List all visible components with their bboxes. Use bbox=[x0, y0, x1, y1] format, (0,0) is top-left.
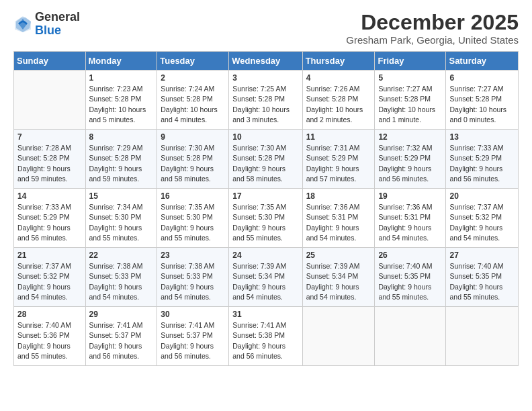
day-number: 12 bbox=[378, 132, 442, 142]
day-number: 5 bbox=[378, 73, 442, 83]
calendar-day-cell: 9Sunrise: 7:30 AMSunset: 5:28 PMDaylight… bbox=[157, 130, 229, 189]
calendar-day-cell: 2Sunrise: 7:24 AMSunset: 5:28 PMDaylight… bbox=[157, 71, 229, 130]
day-info: Sunrise: 7:34 AMSunset: 5:30 PMDaylight:… bbox=[89, 202, 154, 243]
calendar-day-cell bbox=[302, 307, 375, 366]
calendar-body: 1Sunrise: 7:23 AMSunset: 5:28 PMDaylight… bbox=[14, 71, 519, 366]
day-info: Sunrise: 7:41 AMSunset: 5:38 PMDaylight:… bbox=[232, 320, 298, 361]
day-info: Sunrise: 7:40 AMSunset: 5:36 PMDaylight:… bbox=[17, 320, 82, 361]
day-number: 9 bbox=[161, 132, 225, 142]
day-info: Sunrise: 7:38 AMSunset: 5:33 PMDaylight:… bbox=[161, 261, 225, 302]
day-number: 21 bbox=[17, 250, 82, 260]
day-info: Sunrise: 7:38 AMSunset: 5:33 PMDaylight:… bbox=[89, 261, 154, 302]
day-number: 25 bbox=[306, 250, 371, 260]
calendar-week-row: 1Sunrise: 7:23 AMSunset: 5:28 PMDaylight… bbox=[14, 71, 519, 130]
day-number: 13 bbox=[449, 132, 515, 142]
calendar-day-cell: 8Sunrise: 7:29 AMSunset: 5:28 PMDaylight… bbox=[85, 130, 157, 189]
day-number: 31 bbox=[232, 310, 298, 319]
calendar-table: SundayMondayTuesdayWednesdayThursdayFrid… bbox=[13, 51, 519, 366]
day-info: Sunrise: 7:23 AMSunset: 5:28 PMDaylight:… bbox=[89, 84, 154, 125]
day-info: Sunrise: 7:33 AMSunset: 5:29 PMDaylight:… bbox=[449, 143, 515, 184]
calendar-day-cell bbox=[446, 307, 519, 366]
calendar-week-row: 14Sunrise: 7:33 AMSunset: 5:29 PMDayligh… bbox=[14, 189, 519, 248]
logo-general: General bbox=[35, 10, 80, 24]
calendar-day-cell: 6Sunrise: 7:27 AMSunset: 5:28 PMDaylight… bbox=[446, 71, 519, 130]
header: General Blue December 2025 Gresham Park,… bbox=[13, 11, 519, 46]
calendar-day-cell: 13Sunrise: 7:33 AMSunset: 5:29 PMDayligh… bbox=[446, 130, 519, 189]
day-number: 23 bbox=[161, 250, 225, 260]
day-number: 8 bbox=[89, 132, 154, 142]
calendar-week-row: 21Sunrise: 7:37 AMSunset: 5:32 PMDayligh… bbox=[14, 248, 519, 307]
day-info: Sunrise: 7:31 AMSunset: 5:29 PMDaylight:… bbox=[306, 143, 371, 184]
calendar-day-cell: 14Sunrise: 7:33 AMSunset: 5:29 PMDayligh… bbox=[14, 189, 86, 248]
weekday-header-row: SundayMondayTuesdayWednesdayThursdayFrid… bbox=[14, 52, 519, 71]
calendar-day-cell: 7Sunrise: 7:28 AMSunset: 5:28 PMDaylight… bbox=[14, 130, 86, 189]
calendar-day-cell: 15Sunrise: 7:34 AMSunset: 5:30 PMDayligh… bbox=[85, 189, 157, 248]
day-info: Sunrise: 7:37 AMSunset: 5:32 PMDaylight:… bbox=[449, 202, 515, 243]
calendar-day-cell: 5Sunrise: 7:27 AMSunset: 5:28 PMDaylight… bbox=[375, 71, 446, 130]
day-info: Sunrise: 7:41 AMSunset: 5:37 PMDaylight:… bbox=[161, 320, 225, 361]
calendar-day-cell: 18Sunrise: 7:36 AMSunset: 5:31 PMDayligh… bbox=[302, 189, 375, 248]
day-number: 28 bbox=[17, 310, 82, 319]
day-info: Sunrise: 7:24 AMSunset: 5:28 PMDaylight:… bbox=[161, 84, 225, 125]
day-number: 15 bbox=[89, 191, 154, 201]
day-number: 16 bbox=[161, 191, 225, 201]
day-info: Sunrise: 7:27 AMSunset: 5:28 PMDaylight:… bbox=[378, 84, 442, 125]
calendar-week-row: 28Sunrise: 7:40 AMSunset: 5:36 PMDayligh… bbox=[14, 307, 519, 366]
calendar-day-cell: 11Sunrise: 7:31 AMSunset: 5:29 PMDayligh… bbox=[302, 130, 375, 189]
day-info: Sunrise: 7:30 AMSunset: 5:28 PMDaylight:… bbox=[161, 143, 225, 184]
day-info: Sunrise: 7:40 AMSunset: 5:35 PMDaylight:… bbox=[449, 261, 515, 302]
day-number: 7 bbox=[17, 132, 82, 142]
day-info: Sunrise: 7:29 AMSunset: 5:28 PMDaylight:… bbox=[89, 143, 154, 184]
calendar-day-cell: 19Sunrise: 7:36 AMSunset: 5:31 PMDayligh… bbox=[375, 189, 446, 248]
calendar-day-cell bbox=[375, 307, 446, 366]
calendar-day-cell: 25Sunrise: 7:39 AMSunset: 5:34 PMDayligh… bbox=[302, 248, 375, 307]
calendar-day-cell: 17Sunrise: 7:35 AMSunset: 5:30 PMDayligh… bbox=[229, 189, 302, 248]
calendar-day-cell: 10Sunrise: 7:30 AMSunset: 5:28 PMDayligh… bbox=[229, 130, 302, 189]
day-info: Sunrise: 7:30 AMSunset: 5:28 PMDaylight:… bbox=[232, 143, 298, 184]
day-number: 18 bbox=[306, 191, 371, 201]
logo-blue: Blue bbox=[35, 24, 61, 37]
calendar-day-cell: 31Sunrise: 7:41 AMSunset: 5:38 PMDayligh… bbox=[229, 307, 302, 366]
day-info: Sunrise: 7:39 AMSunset: 5:34 PMDaylight:… bbox=[232, 261, 298, 302]
calendar-day-cell: 30Sunrise: 7:41 AMSunset: 5:37 PMDayligh… bbox=[157, 307, 229, 366]
day-number: 22 bbox=[89, 250, 154, 260]
day-number: 6 bbox=[449, 73, 515, 83]
day-number: 20 bbox=[449, 191, 515, 201]
calendar-day-cell: 29Sunrise: 7:41 AMSunset: 5:37 PMDayligh… bbox=[85, 307, 157, 366]
day-number: 29 bbox=[89, 310, 154, 319]
weekday-header-cell: Thursday bbox=[302, 52, 375, 71]
calendar-day-cell: 20Sunrise: 7:37 AMSunset: 5:32 PMDayligh… bbox=[446, 189, 519, 248]
weekday-header-cell: Friday bbox=[375, 52, 446, 71]
day-info: Sunrise: 7:40 AMSunset: 5:35 PMDaylight:… bbox=[378, 261, 442, 302]
location: Gresham Park, Georgia, United States bbox=[346, 34, 519, 46]
day-number: 4 bbox=[306, 73, 371, 83]
day-info: Sunrise: 7:27 AMSunset: 5:28 PMDaylight:… bbox=[449, 84, 515, 125]
day-number: 10 bbox=[232, 132, 298, 142]
calendar-day-cell: 24Sunrise: 7:39 AMSunset: 5:34 PMDayligh… bbox=[229, 248, 302, 307]
calendar-week-row: 7Sunrise: 7:28 AMSunset: 5:28 PMDaylight… bbox=[14, 130, 519, 189]
day-info: Sunrise: 7:37 AMSunset: 5:32 PMDaylight:… bbox=[17, 261, 82, 302]
month-title: December 2025 bbox=[346, 11, 519, 34]
calendar-day-cell: 26Sunrise: 7:40 AMSunset: 5:35 PMDayligh… bbox=[375, 248, 446, 307]
day-number: 30 bbox=[161, 310, 225, 319]
day-number: 27 bbox=[449, 250, 515, 260]
day-info: Sunrise: 7:28 AMSunset: 5:28 PMDaylight:… bbox=[17, 143, 82, 184]
calendar-day-cell: 27Sunrise: 7:40 AMSunset: 5:35 PMDayligh… bbox=[446, 248, 519, 307]
weekday-header-cell: Sunday bbox=[14, 52, 86, 71]
day-number: 26 bbox=[378, 250, 442, 260]
page-container: General Blue December 2025 Gresham Park,… bbox=[0, 0, 532, 373]
day-number: 11 bbox=[306, 132, 371, 142]
day-info: Sunrise: 7:26 AMSunset: 5:28 PMDaylight:… bbox=[306, 84, 371, 125]
calendar-day-cell: 22Sunrise: 7:38 AMSunset: 5:33 PMDayligh… bbox=[85, 248, 157, 307]
day-info: Sunrise: 7:35 AMSunset: 5:30 PMDaylight:… bbox=[161, 202, 225, 243]
title-block: December 2025 Gresham Park, Georgia, Uni… bbox=[346, 11, 519, 46]
day-info: Sunrise: 7:25 AMSunset: 5:28 PMDaylight:… bbox=[232, 84, 298, 125]
calendar-day-cell: 28Sunrise: 7:40 AMSunset: 5:36 PMDayligh… bbox=[14, 307, 86, 366]
weekday-header-cell: Saturday bbox=[446, 52, 519, 71]
day-info: Sunrise: 7:36 AMSunset: 5:31 PMDaylight:… bbox=[378, 202, 442, 243]
day-number: 1 bbox=[89, 73, 154, 83]
logo-text: General Blue bbox=[35, 11, 80, 38]
day-number: 24 bbox=[232, 250, 298, 260]
day-info: Sunrise: 7:35 AMSunset: 5:30 PMDaylight:… bbox=[232, 202, 298, 243]
calendar-day-cell: 23Sunrise: 7:38 AMSunset: 5:33 PMDayligh… bbox=[157, 248, 229, 307]
